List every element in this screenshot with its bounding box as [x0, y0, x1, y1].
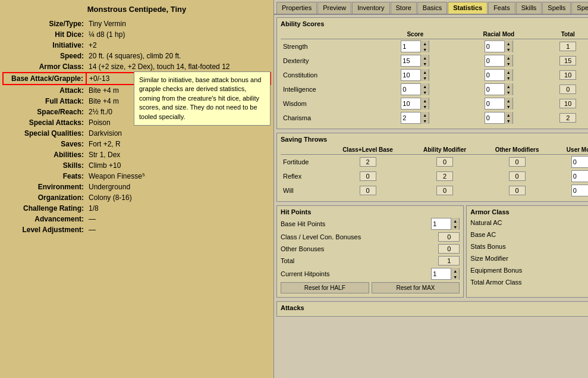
spinbox-down[interactable]: ▼	[504, 104, 512, 110]
spinbox-down[interactable]: ▼	[504, 89, 512, 95]
spinbox-up[interactable]: ▲	[504, 83, 512, 89]
spinbox-down[interactable]: ▼	[420, 89, 429, 95]
tab-basics[interactable]: Basics	[417, 2, 447, 14]
spinbox-down[interactable]: ▼	[504, 46, 512, 52]
stat-value: Str 1, Dex	[86, 149, 271, 160]
ability-racial-mod[interactable]: ▲▼	[455, 68, 542, 82]
ability-racial-mod[interactable]: ▲▼	[455, 96, 542, 111]
lower-section: Hit Points Base Hit Points ▲ ▼ Class / L…	[276, 205, 588, 301]
ability-score[interactable]: ▲▼	[375, 96, 455, 111]
hit-points-section: Hit Points Base Hit Points ▲ ▼ Class / L…	[276, 205, 464, 298]
saves-user-mod[interactable]: ▲▼	[554, 169, 588, 183]
hp-field-label: Total	[281, 257, 438, 264]
saves-ability-mod: 0	[409, 155, 480, 170]
stat-label: Space/Reach:	[3, 107, 86, 117]
armor-class-section: Armor Class Natural AC 0 Base AC 10 Stat…	[466, 205, 588, 298]
hp-button[interactable]: Reset for HALF	[281, 282, 369, 293]
stat-row: Special Qualities: Darkvision	[3, 128, 271, 139]
spinbox-down[interactable]: ▼	[451, 274, 459, 280]
saves-name: Fortitude	[281, 155, 326, 170]
spinbox-down[interactable]: ▼	[420, 75, 429, 81]
tab-statistics[interactable]: Statistics	[448, 2, 488, 14]
tooltip-box: Similar to initiative, base attack bonus…	[134, 71, 271, 126]
tab-preview[interactable]: Preview	[317, 2, 351, 14]
stat-value: —	[86, 224, 271, 235]
spinbox-up[interactable]: ▲	[504, 112, 512, 118]
hp-button[interactable]: Reset for MAX	[372, 282, 460, 293]
stat-row: Size/Type: Tiny Vermin	[3, 18, 271, 29]
saving-throws-title: Saving Throws	[281, 136, 588, 143]
spinbox-down[interactable]: ▼	[504, 118, 512, 124]
tab-properties[interactable]: Properties	[276, 2, 317, 14]
saves-user-mod[interactable]: ▲▼	[554, 183, 588, 198]
spinbox-down[interactable]: ▼	[451, 224, 459, 230]
stat-value: +2	[86, 40, 271, 51]
ac-field-label: Natural AC	[470, 219, 588, 226]
stat-value: 20 ft. (4 squares), climb 20 ft.	[86, 51, 271, 61]
ability-score[interactable]: ▲▼	[375, 111, 455, 125]
stat-value: —	[86, 214, 271, 224]
saves-name: Will	[281, 183, 326, 198]
ability-racial-mod[interactable]: ▲▼	[455, 111, 542, 125]
spinbox-up[interactable]: ▲	[504, 40, 512, 46]
saves-class-base: 0	[326, 169, 409, 183]
spinbox-down[interactable]: ▼	[420, 104, 429, 110]
spinbox-up[interactable]: ▲	[420, 40, 429, 46]
hp-spinbox[interactable]: ▲ ▼	[431, 218, 460, 230]
ability-row: Strength▲▼▲▼1-5	[281, 39, 588, 54]
spinbox-down[interactable]: ▼	[420, 61, 429, 67]
ability-name: Wisdom	[281, 96, 375, 111]
hp-field-value: 0	[438, 244, 460, 254]
tab-skills[interactable]: Skills	[516, 2, 542, 14]
hp-field-value: 1	[438, 256, 460, 265]
hp-field-label: Class / Level Con. Bonuses	[281, 233, 438, 240]
ability-score[interactable]: ▲▼	[375, 39, 455, 54]
ability-score[interactable]: ▲▼	[375, 82, 455, 96]
saves-user-mod[interactable]: ▲▼	[554, 155, 588, 170]
ability-row: Intelligence▲▼▲▼0-5	[281, 82, 588, 96]
spinbox-up[interactable]: ▲	[420, 98, 429, 104]
saves-row: Will000▲▼0	[281, 183, 588, 198]
ac-field-row: Base AC 10	[470, 230, 588, 239]
spinbox-down[interactable]: ▼	[420, 46, 429, 52]
hp-field-row: Total 1	[281, 256, 460, 265]
tab-feats[interactable]: Feats	[488, 2, 515, 14]
tab-spells[interactable]: Spells	[542, 2, 571, 14]
stat-label: Base Attack/Grapple:	[3, 73, 86, 85]
tab-store[interactable]: Store	[391, 2, 417, 14]
spinbox-up[interactable]: ▲	[504, 98, 512, 104]
spinbox-down[interactable]: ▼	[504, 75, 512, 81]
hp-spinbox[interactable]: ▲ ▼	[431, 268, 460, 280]
ability-racial-mod[interactable]: ▲▼	[455, 54, 542, 68]
ability-score[interactable]: ▲▼	[375, 68, 455, 82]
tab-specialabili[interactable]: Special Abili	[571, 2, 588, 14]
tabs-bar: PropertiesPreviewInventoryStoreBasicsSta…	[274, 0, 588, 15]
spinbox-up[interactable]: ▲	[504, 69, 512, 75]
ac-field-label: Total Armor Class	[470, 279, 588, 286]
stat-label: Hit Dice:	[3, 29, 86, 40]
ability-racial-mod[interactable]: ▲▼	[455, 39, 542, 54]
saving-throws-section: Saving Throws Class+Level BaseAbility Mo…	[276, 133, 588, 202]
ability-score[interactable]: ▲▼	[375, 54, 455, 68]
spinbox-up[interactable]: ▲	[420, 83, 429, 89]
ability-scores-section: Ability Scores ScoreRacial ModTotalBonus…	[276, 17, 588, 129]
spinbox-up[interactable]: ▲	[451, 218, 459, 224]
saves-ability-mod: 0	[409, 183, 480, 198]
spinbox-down[interactable]: ▼	[420, 118, 429, 124]
panel-content[interactable]: Ability Scores ScoreRacial ModTotalBonus…	[274, 15, 588, 378]
spinbox-up[interactable]: ▲	[504, 55, 512, 61]
ability-row: Wisdom▲▼▲▼100	[281, 96, 588, 111]
ability-name: Strength	[281, 39, 375, 54]
spinbox-up[interactable]: ▲	[451, 268, 459, 274]
spinbox-up[interactable]: ▲	[420, 69, 429, 75]
spinbox-down[interactable]: ▼	[504, 61, 512, 67]
stat-label: Abilities:	[3, 149, 86, 160]
spinbox-up[interactable]: ▲	[420, 55, 429, 61]
ability-total: 2	[542, 111, 588, 125]
spinbox-up[interactable]: ▲	[420, 112, 429, 118]
tab-inventory[interactable]: Inventory	[352, 2, 389, 14]
stat-label: Initiative:	[3, 40, 86, 51]
stat-label: Special Qualities:	[3, 128, 86, 139]
right-panel: PropertiesPreviewInventoryStoreBasicsSta…	[273, 0, 588, 378]
ability-racial-mod[interactable]: ▲▼	[455, 82, 542, 96]
